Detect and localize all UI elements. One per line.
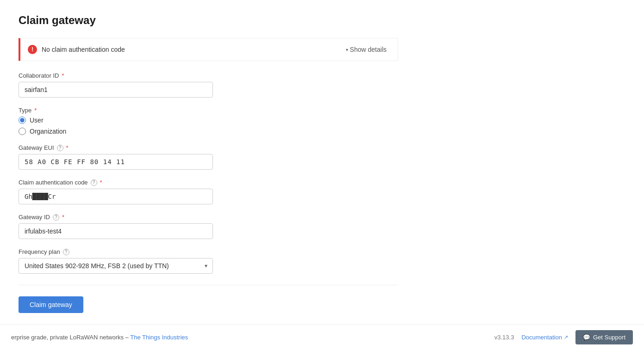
chevron-down-icon: ▾	[346, 47, 348, 52]
form-divider	[19, 285, 398, 285]
collaborator-id-input[interactable]	[19, 82, 213, 98]
required-indicator: *	[66, 144, 69, 151]
external-link-icon: ↗	[564, 334, 568, 340]
get-support-button[interactable]: 💬 Get Support	[575, 330, 633, 344]
claim-auth-code-input[interactable]	[19, 189, 213, 204]
gateway-eui-display: 58 A0 CB FE FF 80 14 11	[19, 154, 213, 170]
type-organization-radio[interactable]	[19, 128, 26, 135]
type-label: Type *	[19, 107, 398, 114]
documentation-link[interactable]: Documentation ↗	[521, 334, 568, 341]
type-organization-option[interactable]: Organization	[19, 128, 398, 135]
frequency-plan-help-icon[interactable]: ?	[63, 249, 69, 255]
documentation-label: Documentation	[521, 334, 562, 341]
gateway-eui-label: Gateway EUI ? *	[19, 144, 398, 151]
gateway-id-section: Gateway ID ? *	[19, 214, 398, 239]
claim-gateway-button[interactable]: Claim gateway	[19, 296, 83, 313]
alert-content: ! No claim authentication code	[28, 45, 125, 54]
frequency-plan-select[interactable]: United States 902-928 MHz, FSB 2 (used b…	[19, 258, 213, 274]
gateway-eui-help-icon[interactable]: ?	[57, 145, 63, 151]
type-radio-group: User Organization	[19, 117, 398, 135]
alert-icon: !	[28, 45, 37, 54]
type-organization-label: Organization	[30, 128, 66, 135]
footer-left-text: erprise grade, private LoRaWAN networks …	[11, 334, 129, 341]
company-link[interactable]: The Things Industries	[130, 334, 188, 341]
alert-message: No claim authentication code	[42, 46, 125, 53]
show-details-button[interactable]: ▾ Show details	[342, 44, 390, 55]
collaborator-id-section: Collaborator ID *	[19, 72, 398, 98]
type-section: Type * User Organization	[19, 107, 398, 135]
required-indicator: *	[62, 72, 64, 79]
alert-banner: ! No claim authentication code ▾ Show de…	[19, 38, 398, 61]
gateway-eui-section: Gateway EUI ? * 58 A0 CB FE FF 80 14 11	[19, 144, 398, 170]
type-user-option[interactable]: User	[19, 117, 398, 124]
frequency-plan-select-wrapper: United States 902-928 MHz, FSB 2 (used b…	[19, 258, 213, 274]
claim-auth-code-label: Claim authentication code ? *	[19, 179, 398, 186]
type-user-label: User	[30, 117, 44, 124]
footer-left: erprise grade, private LoRaWAN networks …	[11, 334, 188, 341]
footer: erprise grade, private LoRaWAN networks …	[0, 324, 644, 350]
type-user-radio[interactable]	[19, 117, 26, 124]
gateway-id-label: Gateway ID ? *	[19, 214, 398, 221]
required-indicator: *	[62, 214, 64, 221]
footer-right: v3.13.3 Documentation ↗ 💬 Get Support	[494, 330, 633, 344]
gateway-id-input[interactable]	[19, 223, 213, 239]
version-text: v3.13.3	[494, 334, 514, 341]
show-details-label: Show details	[350, 46, 387, 53]
collaborator-id-label: Collaborator ID *	[19, 72, 398, 79]
frequency-plan-label: Frequency plan ?	[19, 248, 398, 255]
support-icon: 💬	[583, 334, 590, 341]
claim-auth-code-section: Claim authentication code ? *	[19, 179, 398, 204]
required-indicator: *	[34, 107, 37, 114]
page-title: Claim gateway	[19, 14, 398, 27]
required-indicator: *	[100, 179, 102, 186]
gateway-id-help-icon[interactable]: ?	[53, 214, 59, 221]
claim-auth-code-help-icon[interactable]: ?	[91, 179, 97, 186]
get-support-label: Get Support	[593, 334, 625, 341]
frequency-plan-section: Frequency plan ? United States 902-928 M…	[19, 248, 398, 274]
